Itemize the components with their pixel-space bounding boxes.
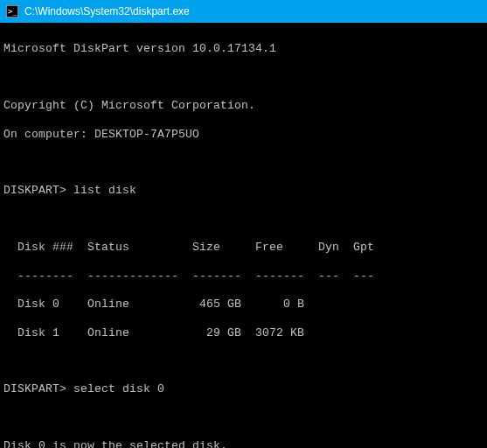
terminal-output: Microsoft DiskPart version 10.0.17134.1 … bbox=[0, 23, 487, 448]
table-divider: -------- ------------- ------- ------- -… bbox=[3, 270, 484, 284]
cmd-icon: >_ bbox=[5, 4, 19, 18]
output-line: On computer: DESKTOP-7A7P5UO bbox=[3, 128, 484, 142]
prompt-line: DISKPART> select disk 0 bbox=[3, 382, 484, 396]
prompt-line: DISKPART> list disk bbox=[3, 184, 484, 198]
blank-line bbox=[3, 354, 484, 368]
window-title: C:\Windows\System32\diskpart.exe bbox=[24, 5, 190, 18]
svg-text:>_: >_ bbox=[8, 7, 17, 16]
blank-line bbox=[3, 156, 484, 170]
blank-line bbox=[3, 213, 484, 227]
output-line: Microsoft DiskPart version 10.0.17134.1 bbox=[3, 42, 484, 56]
output-line: Disk 0 is now the selected disk. bbox=[3, 439, 484, 448]
blank-line bbox=[3, 411, 484, 425]
output-line: Copyright (C) Microsoft Corporation. bbox=[3, 99, 484, 113]
table-header: Disk ### Status Size Free Dyn Gpt bbox=[3, 241, 484, 255]
blank-line bbox=[3, 71, 484, 85]
table-row: Disk 1 Online 29 GB 3072 KB bbox=[3, 326, 484, 340]
table-row: Disk 0 Online 465 GB 0 B bbox=[3, 298, 484, 312]
window-titlebar[interactable]: >_ C:\Windows\System32\diskpart.exe bbox=[0, 0, 487, 23]
